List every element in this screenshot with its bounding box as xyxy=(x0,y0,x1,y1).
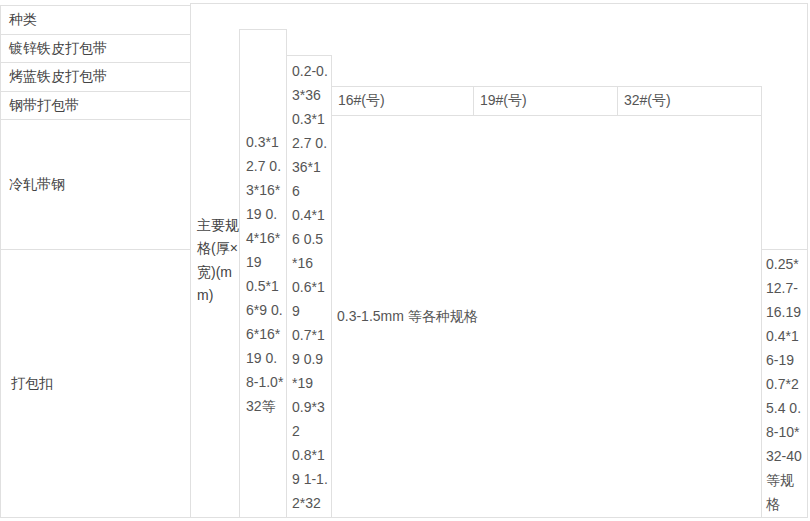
gauge-header-16-cell: 16#(号) xyxy=(332,87,473,115)
gauge-header-32-label: 32#(号) xyxy=(624,92,671,110)
buckle-specs-value: 0.25* 12.7- 16.19 0.4*1 6-19 0.7*2 5.4 0… xyxy=(766,252,802,516)
spec-header-cell: 主要规 格(厚× 宽)(m m) xyxy=(191,4,239,517)
grid-line xyxy=(190,3,808,4)
coldrolled-spec-value: 0.3-1.5mm 等各种规格 xyxy=(337,308,478,326)
kind-cell-galvanized: 镀锌铁皮打包带 xyxy=(1,35,189,62)
kind-header-cell: 种类 xyxy=(1,6,189,34)
kind-cell-coldrolled: 冷轧带钢 xyxy=(1,120,189,249)
kind-cell-blued: 烤蓝铁皮打包带 xyxy=(1,63,189,91)
gauge-header-19-cell: 19#(号) xyxy=(474,87,617,115)
kind-header-label: 种类 xyxy=(9,11,37,29)
kind-cell-buckle: 打包扣 xyxy=(1,250,189,517)
coldrolled-spec-cell: 0.3-1.5mm 等各种规格 xyxy=(332,116,761,517)
kind-label: 烤蓝铁皮打包带 xyxy=(9,68,107,86)
kind-label: 打包扣 xyxy=(11,375,53,393)
grid-line xyxy=(807,3,808,517)
grid-line xyxy=(0,517,808,518)
gauge-header-32-cell: 32#(号) xyxy=(618,87,761,115)
spec-header-label: 主要规 格(厚× 宽)(m m) xyxy=(197,214,239,308)
strap-specs-b-value: 0.2-0. 3*36 0.3*1 2.7 0. 36*1 6 0.4*1 6 … xyxy=(292,59,328,515)
strap-specs-a-cell: 0.3*1 2.7 0. 3*16* 19 0. 4*16* 19 0.5*1 … xyxy=(240,30,286,517)
kind-label: 镀锌铁皮打包带 xyxy=(9,40,107,58)
strap-specs-a-value: 0.3*1 2.7 0. 3*16* 19 0. 4*16* 19 0.5*1 … xyxy=(246,130,283,418)
buckle-specs-cell: 0.25* 12.7- 16.19 0.4*1 6-19 0.7*2 5.4 0… xyxy=(762,250,807,517)
gauge-header-19-label: 19#(号) xyxy=(480,92,527,110)
kind-label: 钢带打包带 xyxy=(9,97,79,115)
strap-specs-b-cell: 0.2-0. 3*36 0.3*1 2.7 0. 36*1 6 0.4*1 6 … xyxy=(287,56,331,517)
kind-cell-steelband: 钢带打包带 xyxy=(1,92,189,119)
gauge-header-16-label: 16#(号) xyxy=(338,92,385,110)
kind-label: 冷轧带钢 xyxy=(9,176,65,194)
product-spec-table: 种类 镀锌铁皮打包带 烤蓝铁皮打包带 钢带打包带 冷轧带钢 打包扣 主要规 格(… xyxy=(0,0,810,521)
